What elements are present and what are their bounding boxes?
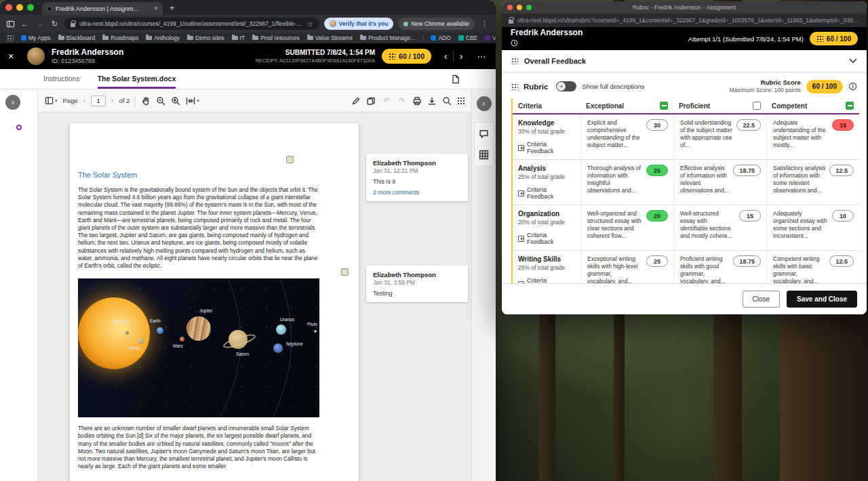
chevron-down-icon[interactable]	[849, 58, 857, 64]
roster-student[interactable]	[16, 155, 22, 161]
download-document-icon[interactable]	[451, 75, 460, 84]
criteria-feedback-link[interactable]: Criteria Feedback	[518, 232, 575, 245]
comment-card[interactable]: Elizabeth Thompson Jan 31, 12:21 PM This…	[366, 154, 468, 201]
tab-close-icon[interactable]: ×	[154, 5, 158, 12]
collapse-panel-button[interactable]: ‹	[477, 96, 492, 111]
chrome-update-chip[interactable]: New Chrome available	[398, 18, 475, 30]
side-panel-icon[interactable]	[6, 20, 15, 28]
points-pill[interactable]: 22.5	[736, 119, 761, 131]
criteria-feedback-link[interactable]: Criteria Feedback	[518, 277, 575, 283]
points-pill-selected[interactable]: 20	[646, 210, 668, 222]
bookmark-folder[interactable]: Demo sites	[187, 35, 224, 41]
annotation-pin[interactable]	[286, 156, 294, 163]
score-cell[interactable]: Effective analysis of information with r…	[673, 160, 766, 205]
save-and-close-button[interactable]: Save and Close	[787, 291, 857, 308]
bookmark-folder[interactable]: Value Streams	[307, 35, 353, 41]
fit-width-button[interactable]: ▾	[186, 96, 199, 106]
points-pill-selected[interactable]: 25	[646, 165, 668, 176]
roster-student-selected[interactable]	[16, 125, 22, 130]
roster-student[interactable]	[16, 114, 22, 120]
rubric-address-bar[interactable]: ultra-next.bbpd.io/ultra/rubric?courseId…	[502, 14, 867, 27]
rubric-grid-icon[interactable]	[479, 150, 489, 160]
bookmark-item[interactable]: ADO	[431, 35, 450, 41]
close-window-button[interactable]	[507, 5, 513, 10]
grader-more-menu[interactable]: ⋯	[475, 51, 488, 62]
zoom-window-button[interactable]	[526, 5, 532, 10]
annotate-icon[interactable]	[351, 96, 361, 106]
score-cell[interactable]: Exceptional writing skills with high-lev…	[580, 251, 673, 283]
score-cell[interactable]: Solid understanding of the subject matte…	[673, 114, 766, 159]
close-window-button[interactable]	[5, 4, 12, 11]
back-button[interactable]: ←	[20, 20, 30, 28]
bookmark-item[interactable]: CBE	[458, 35, 477, 41]
zoom-in-icon[interactable]	[171, 96, 180, 106]
points-pill[interactable]: 30	[646, 119, 668, 131]
score-cell[interactable]: Proficient writing skills with good gram…	[673, 251, 766, 283]
criteria-feedback-link[interactable]: Criteria Feedback	[518, 186, 575, 200]
points-pill[interactable]: 15	[739, 210, 761, 222]
score-cell[interactable]: Competent writing skills with basic gram…	[766, 251, 859, 283]
more-tools-grid-icon[interactable]	[457, 97, 465, 104]
verify-identity-chip[interactable]: Verify that it's you	[324, 18, 394, 30]
new-tab-button[interactable]: +	[170, 3, 175, 13]
score-cell-selected[interactable]: Adequate understanding of the subject ma…	[766, 114, 859, 159]
browser-tab[interactable]: Fredrik Andersson | Assignm... ×	[42, 2, 163, 15]
criteria-feedback-link[interactable]: Criteria Feedback	[518, 141, 575, 154]
bookmark-folder[interactable]: IT	[232, 35, 245, 41]
tab-document[interactable]: The Solar System.docx	[98, 69, 176, 89]
minimize-window-button[interactable]	[16, 4, 23, 11]
overall-feedback-section[interactable]: Overall Feedback	[502, 50, 867, 72]
previous-page-button[interactable]: ‹	[83, 97, 85, 104]
points-pill[interactable]: 10	[832, 210, 854, 222]
column-checkbox-checked[interactable]	[660, 102, 668, 110]
grade-pill[interactable]: 60 / 100	[382, 49, 431, 64]
address-bar[interactable]: ultra-next.bbpd.io/ultra/courses/_4199_1…	[64, 18, 319, 30]
points-pill[interactable]: 12.5	[829, 255, 854, 267]
points-pill[interactable]: 18.75	[733, 165, 761, 176]
attempt-history-clock-icon[interactable]	[511, 39, 518, 47]
page-number-input[interactable]	[91, 96, 106, 106]
forward-button[interactable]: →	[35, 20, 45, 28]
undo-button[interactable]: ↶	[381, 96, 391, 105]
apps-grid-icon[interactable]	[7, 35, 14, 41]
roster-student[interactable]	[16, 135, 22, 140]
bookmark-folder[interactable]: Prod resources	[252, 35, 300, 41]
bookmark-folder[interactable]: Product Manage...	[360, 35, 415, 41]
grade-pill[interactable]: 60 / 100	[810, 32, 858, 45]
score-cell-selected[interactable]: Thorough analysis of information with in…	[580, 160, 673, 205]
score-cell[interactable]: Explicit and comprehensive understanding…	[580, 114, 673, 159]
bookmark-folder[interactable]: Roadmaps	[102, 35, 138, 41]
zoom-out-icon[interactable]	[156, 96, 165, 106]
copy-annotations-icon[interactable]	[366, 96, 376, 106]
points-pill[interactable]: 25	[646, 255, 668, 267]
bookmark-item[interactable]: VBB	[485, 35, 496, 41]
redo-button[interactable]: ↷	[397, 96, 407, 105]
previous-student-button[interactable]: ‹	[438, 49, 453, 64]
pan-tool-icon[interactable]	[141, 96, 151, 106]
search-icon[interactable]	[442, 96, 452, 106]
bookmark-item[interactable]: My Apps	[21, 35, 51, 41]
info-icon[interactable]	[848, 82, 857, 91]
print-icon[interactable]	[412, 96, 422, 106]
download-icon[interactable]	[427, 96, 437, 106]
comment-card[interactable]: Elizabeth Thompson Jan 31, 3:59 PM Testi…	[366, 266, 468, 302]
document-scroll-area[interactable]: The Solar System The Solar System is the…	[38, 112, 471, 481]
score-cell[interactable]: Satisfactory analysis of information wit…	[766, 160, 859, 205]
attempt-label[interactable]: Attempt 1/1 (Submitted 7/8/24, 1:54 PM)	[688, 35, 804, 43]
bookmark-folder[interactable]: Anthology	[146, 35, 180, 41]
annotation-pin[interactable]	[341, 268, 349, 276]
thumbnails-panel-button[interactable]: ▾	[45, 96, 58, 105]
next-page-button[interactable]: ›	[111, 97, 113, 104]
show-descriptions-toggle[interactable]: ×	[556, 81, 576, 91]
tab-instructions[interactable]: Instructions	[43, 69, 80, 89]
bookmark-star-icon[interactable]: ☆	[307, 20, 313, 28]
roster-student[interactable]	[16, 145, 22, 150]
points-pill[interactable]: 12.5	[829, 165, 854, 176]
score-cell-selected[interactable]: Well-organized and structured essay with…	[580, 205, 673, 250]
column-checkbox-empty[interactable]	[753, 102, 761, 110]
expand-roster-button[interactable]: ›	[5, 95, 20, 110]
minimize-window-button[interactable]	[517, 5, 522, 10]
points-pill-selected[interactable]: 15	[832, 119, 854, 131]
reload-button[interactable]: ↻	[50, 20, 60, 28]
close-grader-icon[interactable]: ×	[8, 51, 20, 62]
